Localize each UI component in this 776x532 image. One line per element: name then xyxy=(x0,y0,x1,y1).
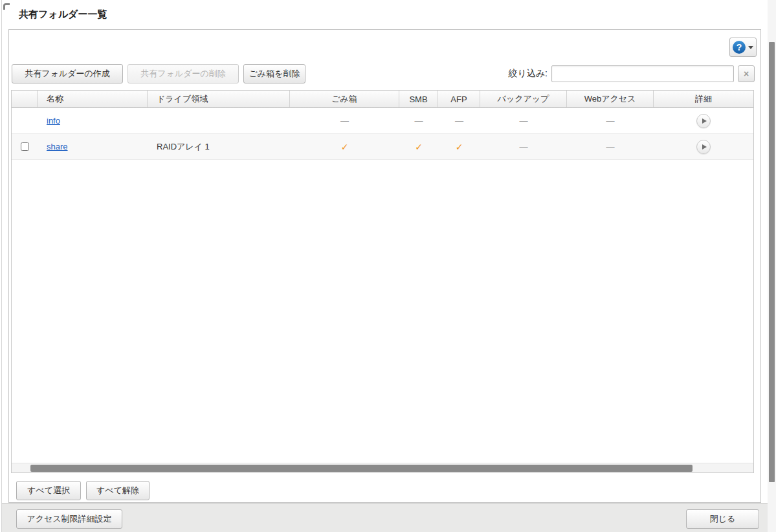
page-title: 共有フォルダー一覧 xyxy=(19,8,107,21)
drive-cell: RAIDアレイ 1 xyxy=(148,134,290,160)
filter-clear-button[interactable]: × xyxy=(738,65,755,82)
status-cell: ✓ xyxy=(438,134,480,160)
shared-folder-table: 名称 ドライブ領域 ごみ箱 SMB AFP バックアップ Webアクセス 詳細 … xyxy=(11,90,754,473)
toolbar: 共有フォルダーの作成 共有フォルダーの削除 ごみ箱を削除 xyxy=(12,64,305,83)
detail-cell xyxy=(654,134,753,160)
col-header-drive[interactable]: ドライブ領域 xyxy=(148,91,290,108)
col-header-checkbox xyxy=(12,91,38,108)
status-cell: — xyxy=(438,108,480,134)
col-header-trash[interactable]: ごみ箱 xyxy=(290,91,399,108)
close-button[interactable]: 閉じる xyxy=(686,509,759,529)
folder-link-info[interactable]: info xyxy=(47,116,60,126)
footer-bar: アクセス制限詳細設定 閉じる xyxy=(2,503,768,532)
delete-folder-button[interactable]: 共有フォルダーの削除 xyxy=(127,64,239,83)
filter-label: 絞り込み: xyxy=(508,68,548,80)
help-icon: ? xyxy=(733,41,746,54)
create-folder-button[interactable]: 共有フォルダーの作成 xyxy=(12,64,123,83)
chevron-down-icon xyxy=(748,46,753,49)
status-cell: — xyxy=(399,108,438,134)
folder-link-share[interactable]: share xyxy=(47,142,68,151)
access-restriction-settings-button[interactable]: アクセス制限詳細設定 xyxy=(16,509,122,529)
status-cell: — xyxy=(567,134,654,160)
help-button[interactable]: ? xyxy=(729,38,757,57)
horizontal-scrollbar-track[interactable] xyxy=(12,463,753,472)
detail-cell xyxy=(654,108,753,134)
row-checkbox-share[interactable] xyxy=(21,142,29,151)
col-header-smb[interactable]: SMB xyxy=(399,91,438,108)
status-cell: — xyxy=(480,108,567,134)
filter-input[interactable] xyxy=(551,65,734,82)
vertical-scrollbar-thumb[interactable] xyxy=(769,42,775,482)
select-all-button[interactable]: すべて選択 xyxy=(16,481,81,500)
col-header-backup[interactable]: バックアップ xyxy=(480,91,567,108)
name-cell: info xyxy=(38,108,148,134)
deselect-all-button[interactable]: すべて解除 xyxy=(86,481,150,500)
status-cell: — xyxy=(480,134,567,160)
col-header-name[interactable]: 名称 xyxy=(38,91,148,108)
status-cell: — xyxy=(290,108,399,134)
name-cell: share xyxy=(38,134,148,160)
detail-play-icon[interactable] xyxy=(696,114,711,128)
drive-cell xyxy=(148,108,290,134)
checkbox-cell xyxy=(12,108,38,134)
empty-trash-button[interactable]: ごみ箱を削除 xyxy=(243,64,305,83)
page-left-edge xyxy=(1,0,2,532)
detail-play-icon[interactable] xyxy=(696,140,711,154)
status-cell: ✓ xyxy=(399,134,438,160)
col-header-afp[interactable]: AFP xyxy=(438,91,480,108)
status-cell: ✓ xyxy=(290,134,399,160)
col-header-detail[interactable]: 詳細 xyxy=(654,91,753,108)
shared-folder-panel: ? 共有フォルダーの作成 共有フォルダーの削除 ごみ箱を削除 絞り込み: × 名… xyxy=(8,29,761,503)
filter-group: 絞り込み: × xyxy=(508,65,755,82)
vertical-scrollbar-track[interactable] xyxy=(768,0,776,532)
col-header-webaccess[interactable]: Webアクセス xyxy=(567,91,654,108)
status-cell: — xyxy=(567,108,654,134)
horizontal-scrollbar-thumb[interactable] xyxy=(30,465,693,472)
window-corner-decoration xyxy=(3,3,10,10)
checkbox-cell xyxy=(12,134,38,160)
selection-buttons: すべて選択 すべて解除 xyxy=(16,481,150,500)
